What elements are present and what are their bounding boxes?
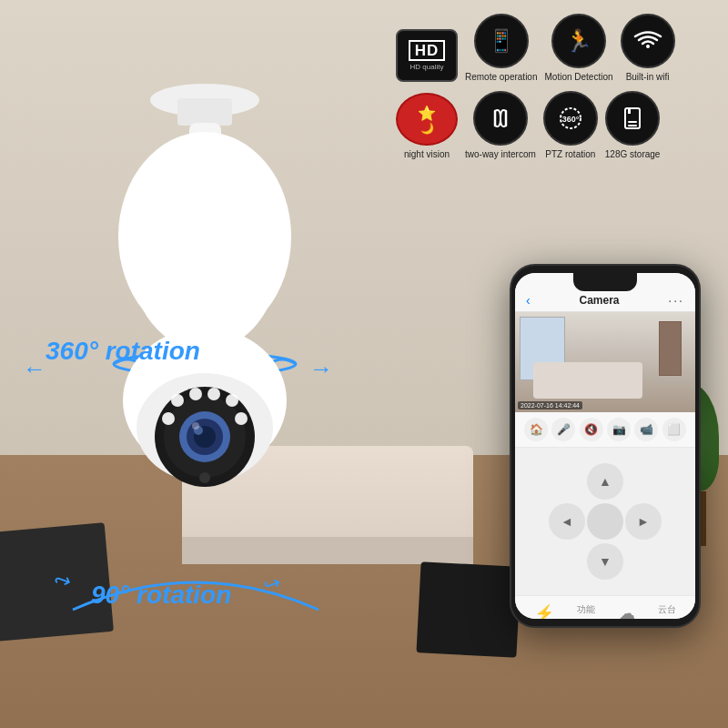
wifi-label: Built-in wifi: [626, 72, 670, 82]
ctrl-photo[interactable]: 📷: [607, 418, 631, 441]
remote-label: Remote operation: [465, 72, 538, 82]
svg-point-20: [207, 388, 220, 400]
phone-title: Camera: [579, 294, 619, 307]
phone-mockup: ‹ Camera ··· 2022-07-16 14:42:44 🏠 🎤 🔇 📷…: [510, 264, 701, 628]
feature-remote: 📱 Remote operation: [465, 14, 538, 82]
ctrl-fullscreen[interactable]: ⬜: [662, 418, 686, 441]
storage-label: 128G storage: [605, 149, 661, 159]
ctrl-mute[interactable]: 🔇: [580, 418, 603, 441]
phone-timestamp: 2022-07-16 14:42:44: [518, 401, 582, 410]
rotation-90-label: 90° rotation: [91, 581, 231, 610]
main-content: HD HD quality 📱 Remote operation 🏃 Motio…: [0, 0, 728, 728]
dpad-row-bot: ▼: [585, 541, 625, 581]
feature-motion: 🏃 Motion Detection: [545, 14, 613, 82]
svg-point-19: [189, 388, 202, 400]
ptz-label: PTZ rotation: [545, 149, 595, 159]
phone-cloud-label: 云台: [658, 603, 676, 619]
arrow-360-left: ←: [23, 355, 46, 383]
svg-rect-7: [628, 125, 637, 126]
ptz-icon: 360°: [543, 91, 598, 146]
feature-storage: 128G storage: [605, 91, 661, 159]
phone-functions-button[interactable]: ⚡: [534, 603, 554, 619]
phone-functions-label: 功能: [577, 603, 595, 619]
dpad-row-mid: ◄ ►: [547, 501, 663, 541]
phone-menu-button[interactable]: ···: [668, 293, 684, 308]
phone-dpad: ▲ ◄ ► ▼: [515, 448, 695, 595]
dpad-right-button[interactable]: ►: [625, 503, 662, 540]
remote-icon: 📱: [474, 14, 529, 68]
intercom-label: two-way intercom: [465, 149, 536, 159]
svg-rect-6: [628, 121, 637, 123]
wifi-icon: [621, 14, 675, 68]
dpad-center: [587, 503, 623, 540]
svg-point-18: [171, 394, 184, 407]
svg-point-27: [192, 422, 199, 430]
ctrl-home[interactable]: 🏠: [524, 418, 548, 441]
svg-rect-5: [628, 108, 631, 114]
camera-view-artwork: [659, 321, 682, 376]
dpad-down-button[interactable]: ▼: [587, 543, 623, 580]
svg-point-22: [235, 412, 248, 425]
rotation-360-label: 360° rotation: [46, 337, 200, 366]
svg-point-28: [199, 472, 210, 483]
motion-label: Motion Detection: [545, 72, 613, 82]
motion-icon: 🏃: [551, 14, 606, 68]
svg-text:360°: 360°: [562, 115, 580, 124]
phone-cloud-button[interactable]: ☁: [619, 603, 635, 619]
svg-rect-9: [177, 98, 232, 126]
phone-notch: [573, 273, 637, 291]
feature-wifi: Built-in wifi: [621, 14, 675, 82]
phone-bottom-bar: ⚡ 功能 ☁ 云台: [515, 595, 695, 619]
arrow-360-right: →: [309, 355, 333, 383]
dpad-row-top: ▲: [585, 461, 625, 501]
ctrl-mic[interactable]: 🎤: [551, 418, 575, 441]
ctrl-video[interactable]: 📹: [634, 418, 658, 441]
svg-point-21: [226, 394, 238, 407]
camera-product: 360° rotation ← → 90° rotation ↩ ↪: [18, 55, 455, 673]
phone-camera-view: 2022-07-16 14:42:44: [515, 312, 695, 412]
feature-ptz: 360° PTZ rotation: [543, 91, 598, 159]
camera-svg: [18, 55, 400, 601]
storage-icon: [605, 91, 660, 146]
phone-controls-bar: 🏠 🎤 🔇 📷 📹 ⬜: [515, 412, 695, 448]
feature-intercom: two-way intercom: [465, 91, 536, 159]
phone-screen: ‹ Camera ··· 2022-07-16 14:42:44 🏠 🎤 🔇 📷…: [515, 273, 695, 619]
phone-back-button[interactable]: ‹: [526, 293, 531, 308]
dpad-left-button[interactable]: ◄: [549, 503, 585, 540]
svg-point-17: [162, 412, 175, 425]
intercom-icon: [473, 91, 528, 146]
dpad-up-button[interactable]: ▲: [587, 463, 623, 500]
camera-view-couch: [533, 362, 642, 399]
